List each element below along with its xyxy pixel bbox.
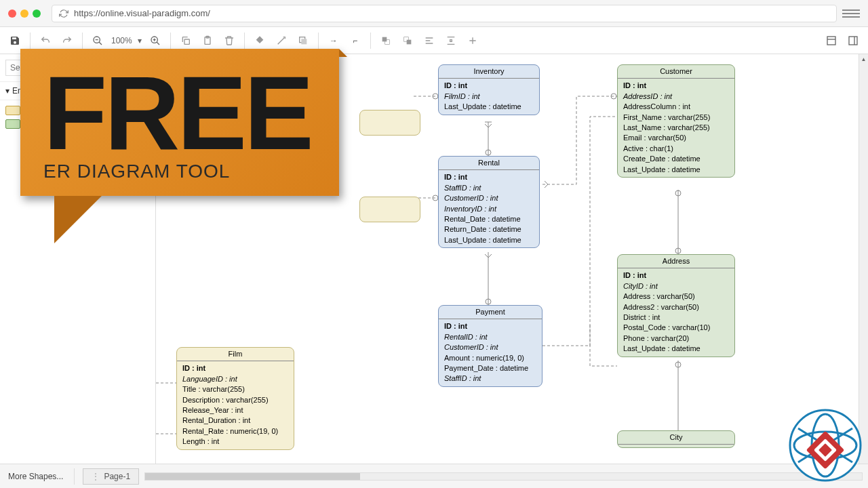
entity-column: StaffID : int xyxy=(444,183,534,193)
entity-column: FilmID : int xyxy=(444,92,534,102)
entity-column: Last_Update : datetime xyxy=(444,102,534,112)
redo-button[interactable] xyxy=(58,31,77,50)
entity-address[interactable]: Address ID : intCityID : intAddress : va… xyxy=(617,254,735,357)
page-tab-label: Page-1 xyxy=(104,472,130,481)
window-controls xyxy=(8,9,41,18)
zoom-in-button[interactable] xyxy=(146,31,165,50)
minimize-window-button[interactable] xyxy=(20,9,28,18)
footer: More Shapes... ⋮ Page-1 xyxy=(0,464,868,488)
entity-payment[interactable]: Payment ID : intRentalID : intCustomerID… xyxy=(438,305,542,387)
entity-shape-green[interactable] xyxy=(5,119,20,129)
entity-column: ID : int xyxy=(444,321,536,331)
svg-point-15 xyxy=(611,94,616,99)
svg-rect-12 xyxy=(849,37,857,45)
browser-chrome: https://online.visual-paradigm.com/ xyxy=(0,0,868,27)
horizontal-scrollbar[interactable] xyxy=(144,472,863,481)
entity-column: Release_Year : int xyxy=(182,405,288,415)
entity-title: Customer xyxy=(618,65,734,79)
entity-shape-yellow[interactable] xyxy=(5,106,20,115)
vertical-scrollbar[interactable]: ▲ xyxy=(859,54,868,464)
distribute-button[interactable] xyxy=(441,31,460,50)
line-color-button[interactable] xyxy=(272,31,291,50)
entity-column: Rental_Rate : numeric(19, 0) xyxy=(182,426,288,436)
entity-column: CustomerID : int xyxy=(444,193,534,203)
entity-column: ID : int xyxy=(623,81,729,91)
zoom-dropdown-icon[interactable]: ▾ xyxy=(136,36,143,45)
svg-point-20 xyxy=(433,94,438,99)
entity-column: Email : varchar(50) xyxy=(623,133,729,143)
save-button[interactable] xyxy=(5,31,24,50)
copy-button[interactable] xyxy=(176,31,195,50)
paste-button[interactable] xyxy=(198,31,217,50)
visual-paradigm-logo-icon xyxy=(788,408,863,483)
url-bar[interactable]: https://online.visual-paradigm.com/ xyxy=(52,5,837,22)
svg-point-14 xyxy=(486,299,491,304)
svg-rect-7 xyxy=(382,37,387,41)
svg-point-17 xyxy=(675,248,681,253)
entity-column: Rental_Duration : int xyxy=(182,415,288,426)
entity-hidden-2[interactable] xyxy=(359,197,420,222)
entity-column: CityID : int xyxy=(623,281,729,291)
entity-column: Description : varchar(255) xyxy=(182,395,288,405)
entity-city[interactable]: City xyxy=(617,430,735,448)
to-back-button[interactable] xyxy=(398,31,417,50)
entity-column: CustomerID : int xyxy=(444,342,536,352)
outline-panel-button[interactable] xyxy=(844,31,863,50)
entity-column: RentalID : int xyxy=(444,332,536,342)
hamburger-menu-button[interactable] xyxy=(842,5,860,22)
maximize-window-button[interactable] xyxy=(33,9,41,18)
svg-point-19 xyxy=(433,195,438,201)
entity-inventory[interactable]: Inventory ID : intFilmID : intLast_Updat… xyxy=(438,64,540,115)
close-window-button[interactable] xyxy=(8,9,16,18)
fill-color-button[interactable] xyxy=(250,31,269,50)
entity-hidden-1[interactable] xyxy=(359,110,420,136)
entity-column: Length : int xyxy=(182,436,288,447)
entity-column: Address2 : varchar(50) xyxy=(623,302,729,312)
entity-column: ID : int xyxy=(623,270,729,281)
zoom-out-button[interactable] xyxy=(88,31,107,50)
undo-button[interactable] xyxy=(36,31,55,50)
entity-column: AddressColumn : int xyxy=(623,102,729,112)
page-tab[interactable]: ⋮ Page-1 xyxy=(83,468,139,485)
entity-column: Postal_Code : varchar(10) xyxy=(623,323,729,333)
entity-column: StaffID : int xyxy=(444,373,536,384)
connector-straight-button[interactable]: → xyxy=(324,31,343,50)
connector-elbow-button[interactable]: ⌐ xyxy=(346,31,365,50)
to-front-button[interactable] xyxy=(376,31,395,50)
entity-title: Rental xyxy=(439,157,539,170)
svg-rect-6 xyxy=(301,39,307,44)
entity-column: Title : varchar(255) xyxy=(182,384,288,394)
delete-button[interactable] xyxy=(220,31,239,50)
reload-icon xyxy=(59,9,68,18)
add-button[interactable] xyxy=(463,31,482,50)
svg-point-16 xyxy=(675,190,681,196)
entity-column: Active : char(1) xyxy=(623,144,729,154)
entity-column: InventoryID : int xyxy=(444,204,534,214)
align-button[interactable] xyxy=(420,31,439,50)
zoom-level[interactable]: 100% xyxy=(110,36,134,45)
entity-title: Film xyxy=(177,348,294,361)
entity-column: Last_Update : datetime xyxy=(623,165,729,175)
scroll-up-icon[interactable]: ▲ xyxy=(859,54,868,64)
entity-column: Last_Update : datetime xyxy=(623,344,729,354)
entity-column: ID : int xyxy=(182,363,288,373)
entity-customer[interactable]: Customer ID : intAddressID : intAddressC… xyxy=(617,64,735,178)
entity-column: Amount : numeric(19, 0) xyxy=(444,353,536,363)
promo-banner: FREE ER DIAGRAM TOOL xyxy=(20,49,339,243)
entity-column: Payment_Date : datetime xyxy=(444,363,536,373)
entity-column: District : int xyxy=(623,312,729,323)
entity-column: Last_Update : datetime xyxy=(444,235,534,245)
entity-title: City xyxy=(618,431,734,445)
banner-title: FREE xyxy=(43,69,316,158)
more-shapes-button[interactable]: More Shapes... xyxy=(0,472,71,481)
entity-column: Address : varchar(50) xyxy=(623,291,729,302)
shadow-button[interactable] xyxy=(294,31,313,50)
entity-title: Payment xyxy=(439,306,542,319)
svg-rect-11 xyxy=(827,37,835,45)
format-panel-button[interactable] xyxy=(822,31,841,50)
entity-rental[interactable]: Rental ID : intStaffID : intCustomerID :… xyxy=(438,156,540,248)
svg-point-18 xyxy=(675,362,681,367)
entity-column: AddressID : int xyxy=(623,92,729,102)
entity-column: Rental_Date : datetime xyxy=(444,214,534,224)
entity-film[interactable]: Film ID : intLanguageID : intTitle : var… xyxy=(176,347,294,450)
